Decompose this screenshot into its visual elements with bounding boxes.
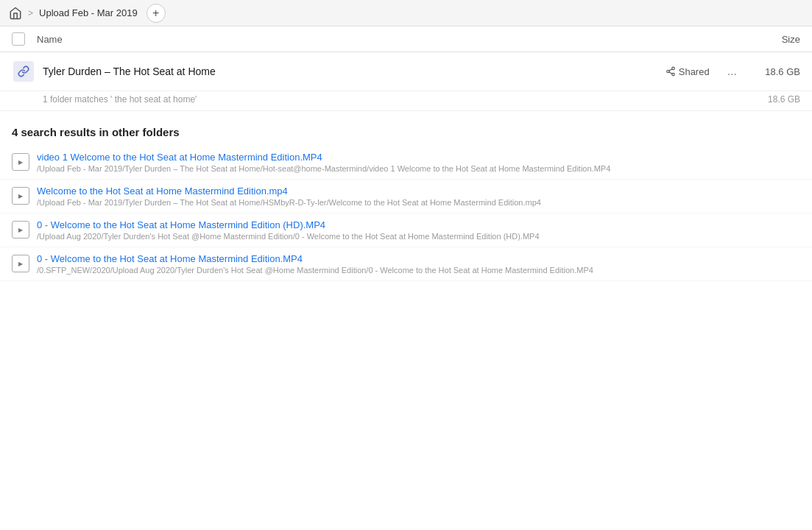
column-header: Name Size	[0, 26, 812, 52]
video-icon	[12, 153, 29, 171]
more-options-button[interactable]: ...	[721, 63, 743, 80]
folder-row[interactable]: Tyler Durden – The Hot Seat at Home Shar…	[0, 52, 812, 91]
shared-badge: Shared	[666, 66, 710, 77]
result-item[interactable]: video 1 Welcome to the Hot Seat at Home …	[0, 146, 812, 180]
result-path: /Upload Feb - Mar 2019/Tyler Durden – Th…	[37, 164, 800, 173]
result-name: 0 - Welcome to the Hot Seat at Home Mast…	[37, 219, 800, 230]
result-text: video 1 Welcome to the Hot Seat at Home …	[37, 152, 800, 173]
result-name: 0 - Welcome to the Hot Seat at Home Mast…	[37, 253, 800, 264]
breadcrumb-title: Upload Feb - Mar 2019	[39, 7, 138, 18]
result-item[interactable]: 0 - Welcome to the Hot Seat at Home Mast…	[0, 213, 812, 247]
result-name: Welcome to the Hot Seat at Home Mastermi…	[37, 186, 800, 197]
folder-link-icon-wrap	[12, 60, 35, 83]
search-results-header: 4 search results in other folders	[0, 111, 812, 146]
search-results-list: video 1 Welcome to the Hot Seat at Home …	[0, 146, 812, 281]
video-icon	[12, 255, 29, 272]
result-path: /Upload Aug 2020/Tyler Durden's Hot Seat…	[37, 232, 800, 241]
result-name: video 1 Welcome to the Hot Seat at Home …	[37, 152, 800, 163]
home-button[interactable]	[9, 7, 22, 20]
sub-info-row: 1 folder matches ' the hot seat at home'…	[0, 91, 812, 111]
folder-size: 18.6 GB	[749, 66, 800, 77]
video-icon	[12, 221, 29, 239]
result-item[interactable]: Welcome to the Hot Seat at Home Mastermi…	[0, 180, 812, 213]
result-path: /Upload Feb - Mar 2019/Tyler Durden – Th…	[37, 198, 800, 207]
video-icon	[12, 187, 29, 205]
select-all-checkbox[interactable]	[12, 32, 25, 46]
svg-line-3	[669, 72, 672, 74]
top-bar: > Upload Feb - Mar 2019 +	[0, 0, 812, 26]
result-text: Welcome to the Hot Seat at Home Mastermi…	[37, 186, 800, 207]
sub-info-size: 18.6 GB	[768, 94, 800, 105]
folder-name[interactable]: Tyler Durden – The Hot Seat at Home	[43, 66, 666, 77]
size-column-header: Size	[741, 34, 800, 45]
folder-match-info: 1 folder matches ' the hot seat at home'	[43, 94, 197, 105]
shared-label: Shared	[679, 66, 710, 77]
result-text: 0 - Welcome to the Hot Seat at Home Mast…	[37, 219, 800, 241]
add-button[interactable]: +	[146, 4, 166, 23]
result-item[interactable]: 0 - Welcome to the Hot Seat at Home Mast…	[0, 247, 812, 281]
svg-line-4	[669, 69, 672, 71]
breadcrumb-arrow: >	[28, 8, 33, 18]
name-column-header: Name	[37, 34, 741, 45]
folder-link-icon	[13, 61, 34, 82]
result-text: 0 - Welcome to the Hot Seat at Home Mast…	[37, 253, 800, 275]
result-path: /0.SFTP_NEW/2020/Upload Aug 2020/Tyler D…	[37, 266, 800, 275]
